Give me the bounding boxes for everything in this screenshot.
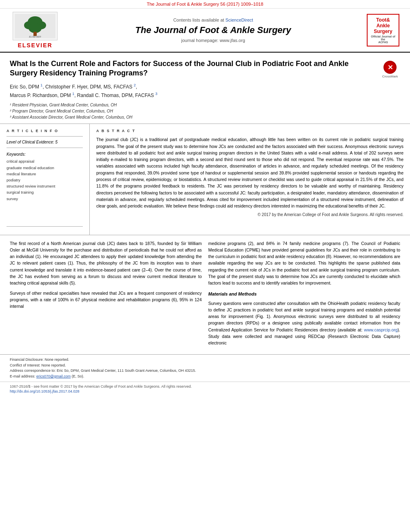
body-para-2: Surveys of other medical specialties hav… [10,290,202,310]
keyword-4: podiatry [7,177,83,183]
body-col-2: medicine programs (2), and 84% in 74 fam… [208,240,401,350]
article-title: What Is the Current Role and Factors for… [10,59,373,78]
journal-badge-area: Toot& Ankle Surgery Official Journal of … [363,14,403,46]
svg-text:ELSEVIER: ELSEVIER [29,35,41,38]
abstract-text: The journal club (JC) is a traditional p… [96,136,403,209]
crossmark-area: ✕ CrossMark [380,61,400,78]
materials-methods-heading: Materials and Methods [208,291,401,298]
crossmark-icon: ✕ [383,61,397,74]
keywords-list: critical appraisal graduate medical educ… [7,158,83,201]
footnote-conflict: Conflict of Interest: None reported. [10,363,400,369]
affil-3: ³ Assistant Associate Director, Grant Me… [10,114,400,120]
keyword-2: graduate medical education [7,165,83,171]
authors-line: Eric So, DPM 1, Christopher F. Hyer, DPM… [10,82,400,99]
journal-header-center: Contents lists available at ScienceDirec… [64,18,363,43]
affil-2: ² Program Director, Grant Medical Center… [10,108,400,114]
crossmark-label: CrossMark [382,75,398,78]
svg-point-4 [29,23,42,33]
footer-doi: http://dx.doi.org/10.1053/j.jfas.2017.04… [10,389,400,393]
keyword-7: survey [7,196,83,202]
elsevier-logo-image: ELSEVIER [13,12,58,40]
abstract-column: A B S T R A C T The journal club (JC) is… [90,124,410,234]
level-of-evidence-label: Level of Clinical Evidence: 5 [7,140,83,144]
keyword-1: critical appraisal [7,158,83,164]
footnotes-section: Financial Disclosure: None reported. Con… [0,354,410,382]
footnote-email: E-mail address: erics070@gmail.com (E, S… [10,374,400,380]
article-info-column: A R T I C L E I N F O Level of Clinical … [0,124,90,234]
science-direct-link[interactable]: ScienceDirect [225,18,253,22]
journal-badge: Toot& Ankle Surgery Official Journal of … [367,14,399,46]
journal-header: ELSEVIER ELSEVIER Contents lists availab… [0,9,410,53]
article-title-section: What Is the Current Role and Factors for… [0,53,410,124]
keyword-5: structured review instrument [7,183,83,189]
elsevier-brand-name: ELSEVIER [18,42,52,49]
doi-link[interactable]: http://dx.doi.org/10.1053/j.jfas.2017.04… [10,389,80,393]
body-para-3: medicine programs (2), and 84% in 74 fam… [208,240,401,287]
footnote-financial: Financial Disclosure: None reported. [10,357,400,363]
email-link[interactable]: erics070@gmail.com [36,374,71,378]
copyright-line: © 2017 by the American College of Foot a… [96,212,403,217]
body-section: The first record of a North American jou… [0,235,410,355]
body-para-1: The first record of a North American jou… [10,240,202,287]
article-info-header: A R T I C L E I N F O [7,129,83,133]
science-direct-line: Contents lists available at ScienceDirec… [64,18,363,22]
footer-section: 1067-2516/$ - see front matter © 2017 by… [0,382,410,396]
journal-title: The Journal of Foot & Ankle Surgery [64,25,363,35]
keyword-3: medical literature [7,171,83,177]
journal-homepage: journal homepage: www.jfas.org [64,38,363,43]
footnote-address: Address correspondence to: Eric So, DPM,… [10,368,400,374]
keywords-label: Keywords: [7,152,83,157]
footer-issn: 1067-2516/$ - see front matter © 2017 by… [10,384,400,389]
info-abstract-section: A R T I C L E I N F O Level of Clinical … [0,124,410,235]
body-col-1: The first record of a North American jou… [10,240,202,350]
casprcip-link[interactable]: www.casprcip.org [364,327,397,332]
abstract-header: A B S T R A C T [96,129,403,133]
affil-1: ¹ Resident Physician, Grant Medical Cent… [10,102,400,108]
journal-citation: The Journal of Foot & Ankle Surgery 56 (… [147,2,264,7]
top-bar: The Journal of Foot & Ankle Surgery 56 (… [0,0,410,9]
affiliations: ¹ Resident Physician, Grant Medical Cent… [10,102,400,120]
elsevier-logo-area: ELSEVIER ELSEVIER [7,12,64,49]
body-para-4: Survey questions were constructed after … [208,300,401,347]
keyword-6: surgical training [7,189,83,195]
